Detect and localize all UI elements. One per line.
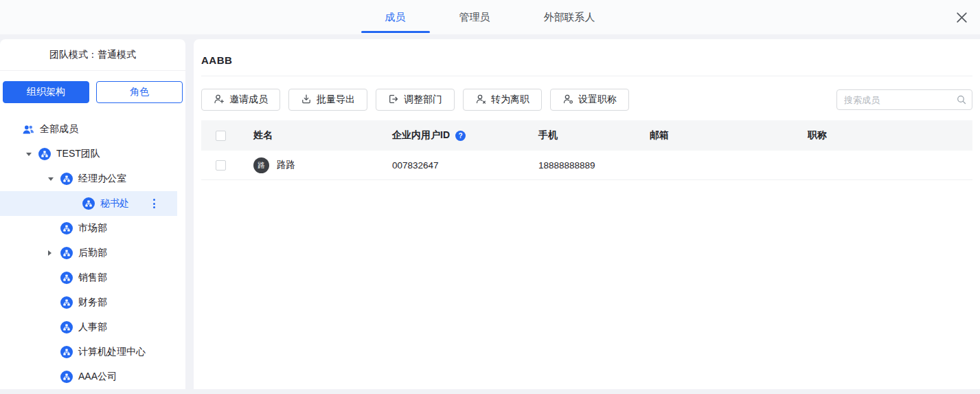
tab-group: 成员 管理员 外部联系人 [377,0,604,34]
top-tab-bar: 成员 管理员 外部联系人 [0,0,980,34]
batch-export-button[interactable]: 批量导出 [288,89,367,111]
caret-down-icon[interactable] [48,177,60,181]
tree-item-label: 财务部 [78,296,107,309]
title-divider [201,76,972,76]
header-user-id: 企业内用户ID ? [378,129,525,142]
org-dept-icon [60,272,73,284]
close-icon[interactable] [954,10,969,25]
button-label: 批量导出 [317,94,355,106]
department-title: AABB [201,39,972,66]
select-all-checkbox[interactable] [216,131,226,141]
member-name-cell: 路 路路 [240,157,378,173]
tree-item-label: 秘书处 [100,197,129,210]
person-remove-icon [475,94,486,107]
tree-item-marketing[interactable]: 市场部 [0,216,185,241]
org-dept-icon [60,346,73,358]
table-row[interactable]: 路 路路 007832647 18888888889 [201,151,972,180]
avatar: 路 [253,157,269,173]
search-input[interactable] [836,89,972,110]
tree-item-all-members[interactable]: 全部成员 [0,117,185,142]
button-label: 设置职称 [578,94,617,106]
tree-item-label: 全部成员 [40,123,78,135]
tree-item-label: 销售部 [78,272,107,284]
button-label: 转为离职 [491,94,529,106]
tree-item-hr[interactable]: 人事部 [0,315,185,340]
tree-item-computer-center[interactable]: 计算机处理中心 [0,340,185,364]
tree-item-label: AAA公司 [78,371,117,383]
caret-right-icon[interactable] [48,250,60,256]
invite-member-button[interactable]: 邀请成员 [201,89,280,111]
header-user-id-label: 企业内用户ID [392,129,450,142]
header-phone: 手机 [525,129,636,142]
tab-external-contacts[interactable]: 外部联系人 [536,0,604,34]
download-icon [301,94,312,107]
set-resigned-button[interactable]: 转为离职 [463,89,542,111]
members-toolbar: 邀请成员 批量导出 调整部门 [201,89,972,111]
help-icon[interactable]: ? [455,131,466,141]
roles-button[interactable]: 角色 [96,81,183,103]
header-job-title: 职称 [794,129,972,142]
org-dept-icon [60,173,73,185]
tree-item-secretariat-selected[interactable]: 秘书处 [0,191,177,216]
adjust-department-button[interactable]: 调整部门 [376,89,455,111]
sidebar-switch: 组织架构 角色 [0,71,185,107]
tree-item-sales[interactable]: 销售部 [0,265,185,290]
transfer-icon [388,94,399,107]
tree-item-aaa-company[interactable]: AAA公司 [0,364,185,389]
members-table: 姓名 企业内用户ID ? 手机 邮箱 职称 路 路路 007832647 188… [201,120,972,180]
tab-label: 管理员 [459,11,490,24]
person-add-icon [214,94,225,107]
group-icon [23,124,34,135]
org-dept-icon [60,296,73,309]
org-dept-icon [60,321,73,333]
tree-item-label: 计算机处理中心 [78,346,146,358]
org-dept-icon [60,371,73,383]
tree-item-label: TEST团队 [56,148,100,160]
tree-item-label: 后勤部 [78,247,107,259]
button-label: 调整部门 [404,94,442,106]
table-header-row: 姓名 企业内用户ID ? 手机 邮箱 职称 [201,120,972,151]
org-dept-icon [82,197,95,210]
content-area: 团队模式：普通模式 组织架构 角色 全部成员 [0,34,980,389]
tab-label: 外部联系人 [544,11,595,24]
member-name: 路路 [277,159,295,171]
tab-label: 成员 [385,11,406,24]
tree-item-label: 市场部 [78,222,107,234]
org-tree: 全部成员 TEST团队 经理办公室 [0,117,185,389]
tree-item-logistics[interactable]: 后勤部 [0,241,185,265]
person-settings-icon [562,94,573,107]
caret-down-icon[interactable] [26,153,38,156]
header-name: 姓名 [240,129,378,142]
org-dept-icon [38,148,51,160]
tree-item-finance[interactable]: 财务部 [0,290,185,315]
button-label: 邀请成员 [229,94,268,106]
team-mode-label: 团队模式：普通模式 [0,39,185,71]
tab-members[interactable]: 成员 [377,0,414,34]
kebab-menu-icon[interactable] [150,196,158,211]
set-job-title-button[interactable]: 设置职称 [550,89,629,111]
tree-item-label: 人事部 [78,321,107,333]
header-email: 邮箱 [636,129,794,142]
tree-item-manager-office[interactable]: 经理办公室 [0,166,185,191]
org-dept-icon [60,222,73,234]
tree-item-label: 经理办公室 [78,173,126,185]
org-dept-icon [60,247,73,259]
search-icon[interactable] [956,94,967,108]
members-panel: AABB 邀请成员 批量导出 [194,39,980,389]
tree-item-test-team[interactable]: TEST团队 [0,142,185,166]
member-phone: 18888888889 [525,160,636,171]
member-search [836,89,972,110]
org-structure-button[interactable]: 组织架构 [3,81,89,103]
org-sidebar: 团队模式：普通模式 组织架构 角色 全部成员 [0,39,185,389]
member-user-id: 007832647 [378,160,525,171]
tab-admins[interactable]: 管理员 [451,0,499,34]
row-checkbox[interactable] [216,160,226,171]
